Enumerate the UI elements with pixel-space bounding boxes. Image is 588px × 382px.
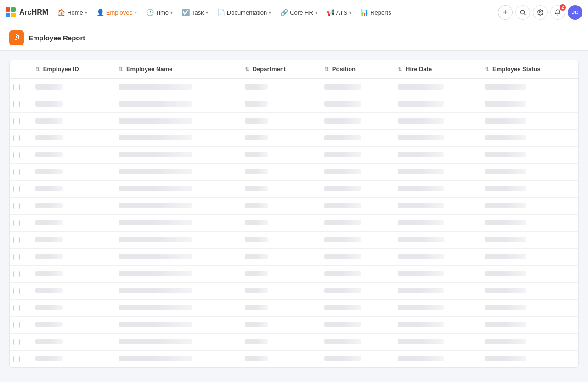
nav-label-reports: Reports [370,9,391,16]
row-checkbox[interactable] [13,169,20,175]
table-row[interactable] [10,147,578,164]
cell-employee-name [111,317,237,334]
table-row[interactable] [10,249,578,266]
col-header-hire-date[interactable]: ⇅ Hire Date [390,60,477,79]
skeleton-employee-id [35,288,63,293]
add-button[interactable]: + [498,5,513,20]
cell-position [317,147,390,164]
nav-item-employee[interactable]: 👤 Employee ▾ [93,6,141,19]
nav-item-home[interactable]: 🏠 Home ▾ [54,6,91,19]
table-row[interactable] [10,130,578,147]
col-header-department[interactable]: ⇅ Department [237,60,317,79]
documentation-icon: 📄 [217,9,225,16]
page-title: Employee Report [28,34,85,42]
col-header-employee-status[interactable]: ⇅ Employee Status [477,60,578,79]
nav-label-corehr: Core HR [290,9,313,16]
row-checkbox[interactable] [13,118,20,124]
user-avatar[interactable]: JC [568,5,582,20]
table-row[interactable] [10,266,578,283]
row-checkbox[interactable] [13,322,20,328]
cell-employee-id [28,249,111,266]
table-row[interactable] [10,96,578,113]
nav-item-ats[interactable]: 📢 ATS ▾ [323,6,355,19]
skeleton-employee-status [485,118,526,124]
skeleton-hire-date [398,186,444,191]
cell-hire-date [390,300,477,317]
cell-employee-status [477,334,578,351]
row-checkbox[interactable] [13,356,20,362]
cell-hire-date [390,249,477,266]
nav-item-time[interactable]: 🕐 Time ▾ [142,6,176,19]
row-checkbox[interactable] [13,339,20,345]
sort-icon: ⇅ [485,67,489,72]
table-row[interactable] [10,181,578,198]
skeleton-employee-status [485,186,526,191]
row-checkbox[interactable] [13,186,20,192]
skeleton-position [324,152,361,157]
row-checkbox[interactable] [13,101,20,107]
logo-area[interactable]: ArcHRM [6,7,48,17]
skeleton-employee-status [485,305,526,310]
row-checkbox[interactable] [13,237,20,243]
col-header-employee-id[interactable]: ⇅ Employee ID [28,60,111,79]
chevron-down-icon: ▾ [170,10,173,15]
skeleton-employee-name [119,339,192,344]
row-checkbox[interactable] [13,271,20,277]
table-row[interactable] [10,351,578,368]
skeleton-employee-name [119,220,192,225]
row-checkbox[interactable] [13,305,20,311]
table-row[interactable] [10,334,578,351]
nav-item-task[interactable]: ☑️ Task ▾ [178,6,212,19]
cell-employee-status [477,113,578,130]
skeleton-employee-name [119,203,192,208]
col-header-position[interactable]: ⇅ Position [317,60,390,79]
table-row[interactable] [10,300,578,317]
table-row[interactable] [10,79,578,96]
cell-employee-status [477,181,578,198]
row-checkbox[interactable] [13,84,20,90]
skeleton-employee-id [35,254,63,259]
table-row[interactable] [10,215,578,232]
nav-label-ats: ATS [336,9,347,16]
header-row: ⇅ Employee ID ⇅ Employee Name ⇅ Departme… [10,60,578,79]
cell-position [317,198,390,215]
notifications-wrapper: 2 [550,5,565,20]
skeleton-employee-id [35,237,63,242]
nav-item-reports[interactable]: 📊 Reports [357,6,395,19]
row-checkbox[interactable] [13,135,20,141]
table-row[interactable] [10,164,578,181]
row-checkbox[interactable] [13,203,20,209]
col-header-employee-name[interactable]: ⇅ Employee Name [111,60,237,79]
select-all-header [10,60,28,79]
table-row[interactable] [10,283,578,300]
table-row[interactable] [10,113,578,130]
skeleton-position [324,220,361,225]
row-checkbox[interactable] [13,254,20,260]
svg-point-0 [520,10,524,14]
row-checkbox[interactable] [13,220,20,226]
cell-position [317,283,390,300]
skeleton-hire-date [398,101,444,107]
search-button[interactable] [515,5,530,20]
notification-badge: 2 [560,4,566,11]
cell-position [317,96,390,113]
skeleton-hire-date [398,254,444,259]
row-checkbox[interactable] [13,152,20,158]
skeleton-position [324,84,361,90]
row-checkbox[interactable] [13,288,20,294]
nav-item-documentation[interactable]: 📄 Documentation ▾ [214,6,275,19]
skeleton-hire-date [398,356,444,361]
cell-department [237,181,317,198]
table-row[interactable] [10,232,578,249]
ats-icon: 📢 [327,9,334,16]
settings-button[interactable] [533,5,548,20]
nav-item-corehr[interactable]: 🔗 Core HR ▾ [277,6,321,19]
row-checkbox-cell [10,147,28,164]
cell-position [317,351,390,368]
skeleton-hire-date [398,135,444,140]
skeleton-employee-status [485,203,526,208]
skeleton-employee-id [35,322,63,327]
table-row[interactable] [10,198,578,215]
table-row[interactable] [10,317,578,334]
cell-employee-id [28,181,111,198]
